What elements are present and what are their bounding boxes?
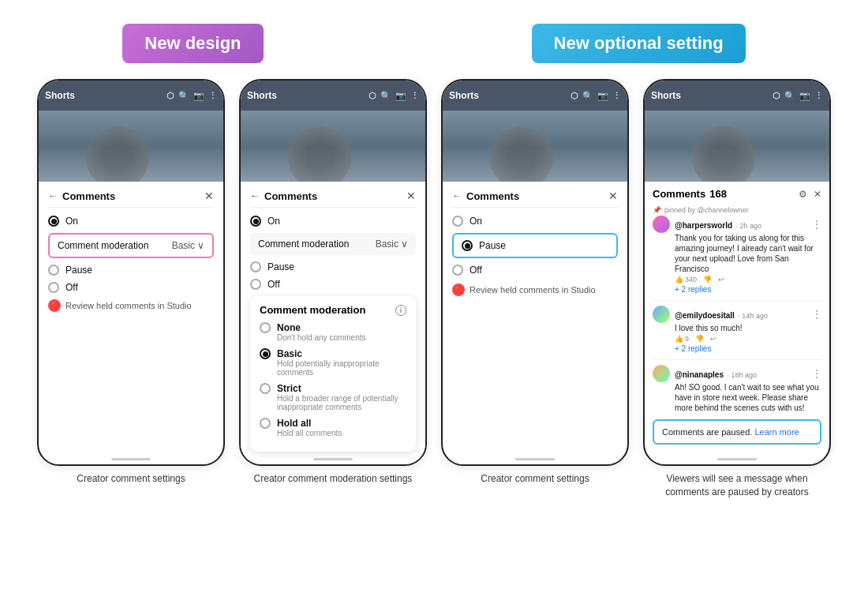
on-label2: On: [268, 216, 280, 227]
phone2: Shorts ⬡ 🔍 📷 ⋮ ← Comments ✕: [239, 79, 427, 466]
off-label2: Off: [268, 279, 280, 290]
phone3-caption: Creator comment settings: [441, 472, 629, 486]
chevron-down-icon2: ∨: [401, 238, 408, 250]
phone1-caption-text: Creator comment settings: [77, 473, 185, 484]
phone1-top-icons: ⬡ 🔍 📷 ⋮: [166, 91, 217, 101]
dislike-action2[interactable]: 👎: [695, 335, 704, 343]
basic-desc: Hold potentially inappropriate comments: [277, 359, 406, 377]
pause-label2: Pause: [268, 261, 294, 272]
cast-icon3: ⬡: [571, 91, 578, 101]
phone2-off-row: Off: [250, 279, 416, 290]
on-radio2[interactable]: [250, 216, 261, 227]
pause-radio3[interactable]: [462, 240, 473, 251]
close-icon3[interactable]: ✕: [608, 190, 618, 202]
phone4-panel-icons: ⚙ ✕: [799, 189, 821, 200]
comment3-more-icon[interactable]: ⋮: [812, 368, 821, 379]
off-label3: Off: [470, 265, 482, 276]
moderation-label2: Comment moderation: [258, 238, 349, 250]
comment-divider-1: [653, 300, 821, 301]
reply-action2[interactable]: ↩: [710, 335, 716, 343]
dropdown-title: Comment moderation i: [260, 304, 406, 316]
like-action2[interactable]: 👍 9: [675, 335, 689, 343]
phone3-pause-row[interactable]: Pause: [452, 233, 618, 258]
close-icon2[interactable]: ✕: [406, 190, 416, 202]
comment-divider-2: [653, 359, 821, 360]
phone4-image: [645, 111, 829, 182]
info-icon: i: [395, 305, 406, 316]
off-radio3[interactable]: [452, 265, 463, 276]
new-design-badge: New design: [122, 24, 263, 63]
phone4-caption: Viewers will see a message when comments…: [643, 472, 831, 499]
comment1-time: 2h ago: [740, 222, 762, 230]
phone1-caption: Creator comment settings: [37, 472, 225, 486]
camera-icon: 📷: [193, 91, 204, 101]
phone2-top-icons: ⬡ 🔍 📷 ⋮: [369, 91, 419, 101]
cast-icon2: ⬡: [369, 91, 376, 101]
moderation-value: Basic ∨: [172, 240, 204, 251]
phone2-caption: Creator comment moderation settings: [239, 472, 427, 486]
basic-radio[interactable]: [260, 348, 271, 359]
phone2-wrapper: Shorts ⬡ 🔍 📷 ⋮ ← Comments ✕: [239, 79, 427, 499]
comment1-actions: 👍 340 👎 ↩: [675, 276, 821, 283]
phone2-content: ← Comments ✕ On Comment moderation Basic…: [241, 182, 425, 460]
search-icon3: 🔍: [582, 91, 593, 101]
comment2-time: 14h ago: [742, 312, 768, 320]
moderation-value2: Basic ∨: [376, 238, 408, 250]
mod-option-holdall: Hold all Hold all comments: [260, 418, 406, 437]
phone1-content: ← Comments ✕ On Comment moderation Basic…: [39, 182, 223, 320]
phone3-home-bar: [515, 458, 555, 460]
none-radio[interactable]: [260, 322, 271, 333]
cast-icon: ⬡: [166, 91, 174, 101]
back-arrow-icon: ←: [48, 190, 58, 201]
close-icon[interactable]: ✕: [204, 190, 214, 202]
comment3-username: @ninanaples: [675, 370, 724, 379]
none-desc: Don't hold any comments: [277, 333, 406, 342]
on-radio3[interactable]: [452, 216, 463, 227]
paused-banner: Comments are paused. Learn more: [653, 419, 821, 445]
phone1-wrapper: Shorts ⬡ 🔍 📷 ⋮ ← Comments ✕: [37, 79, 225, 499]
comment2-text: I love this so much!: [675, 323, 821, 333]
mod-option-basic: Basic Hold potentially inappropriate com…: [260, 348, 406, 377]
phone2-home-bar: [313, 458, 353, 460]
replies2-link[interactable]: + 2 replies: [675, 344, 821, 353]
close-icon4[interactable]: ✕: [814, 189, 821, 200]
phone2-moderation-row[interactable]: Comment moderation Basic ∨: [250, 233, 416, 255]
phone3-comments-header: ← Comments ✕: [452, 190, 618, 208]
comment-item-1: 📌 pinned by @channelowner @harpersworld …: [653, 206, 821, 294]
back-arrow-icon2: ←: [250, 190, 260, 201]
learn-more-link[interactable]: Learn more: [754, 427, 799, 437]
like-action[interactable]: 👍 340: [675, 276, 697, 283]
off-radio2[interactable]: [250, 279, 261, 290]
replies1-link[interactable]: + 2 replies: [675, 285, 821, 294]
comment3-user-row: @ninanaples · 18h ago ⋮: [653, 365, 821, 382]
moderation-label: Comment moderation: [58, 240, 148, 251]
phone4-caption-line1: Viewers will see a message when: [666, 473, 807, 484]
review-icon: 🔴: [48, 299, 61, 312]
on-radio[interactable]: [48, 216, 59, 227]
phone1-pause-row: Pause: [48, 265, 214, 276]
reply-action[interactable]: ↩: [718, 276, 724, 283]
phone2-shorts-label: Shorts: [247, 90, 277, 101]
more-icon4: ⋮: [814, 91, 823, 101]
phone2-comments-title: Comments: [264, 190, 317, 202]
new-design-label: New design: [144, 33, 241, 53]
pause-radio[interactable]: [48, 265, 59, 276]
avatar2: [653, 306, 670, 323]
pinned-by-label: pinned by @channelowner: [664, 206, 749, 214]
holdall-radio[interactable]: [260, 418, 271, 429]
phone1-moderation-row[interactable]: Comment moderation Basic ∨: [48, 233, 214, 258]
strict-radio[interactable]: [260, 383, 271, 394]
phone4-shorts-label: Shorts: [651, 90, 681, 101]
dislike-action[interactable]: 👎: [703, 276, 712, 283]
holdall-desc: Hold all comments: [277, 429, 406, 437]
avatar1: [653, 216, 670, 233]
comment1-more-icon[interactable]: ⋮: [812, 219, 821, 230]
back-arrow-icon3: ←: [452, 190, 462, 201]
filter-icon[interactable]: ⚙: [799, 189, 807, 200]
phone1-topbar: Shorts ⬡ 🔍 📷 ⋮: [39, 81, 223, 111]
phone1-comments-left: ← Comments: [48, 190, 115, 202]
new-setting-label: New optional setting: [554, 33, 724, 53]
comment2-more-icon[interactable]: ⋮: [812, 309, 821, 320]
off-radio[interactable]: [48, 282, 59, 293]
pause-radio2[interactable]: [250, 261, 261, 272]
